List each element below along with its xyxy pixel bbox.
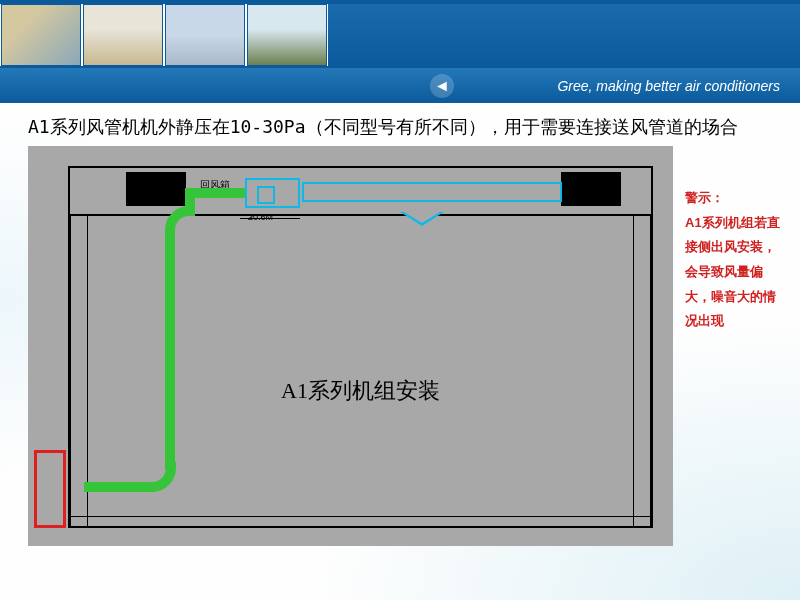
- floor: [70, 516, 651, 526]
- room-outline: 回风箱 ≥0.6M A1系列机组安装: [68, 166, 653, 528]
- warning-note: 警示： A1系列机组若直接侧出风安装，会导致风量偏大，噪音大的情况出现: [673, 146, 780, 546]
- header-tagline-bar: ◄ Gree, making better air conditioners: [0, 68, 800, 103]
- refrigerant-pipe: [190, 188, 245, 198]
- outdoor-unit: [34, 450, 66, 528]
- tagline: Gree, making better air conditioners: [557, 78, 780, 94]
- back-icon[interactable]: ◄: [430, 74, 454, 98]
- wall-right: [633, 216, 651, 526]
- header-bar: GREE: [328, 4, 800, 66]
- thumb-1: [1, 4, 81, 66]
- header-thumbnails: GREE: [0, 0, 800, 68]
- thumb-2: [83, 4, 163, 66]
- refrigerant-pipe: [165, 230, 175, 470]
- diffuser: [400, 212, 444, 226]
- thumb-3: [165, 4, 245, 66]
- refrigerant-pipe: [84, 482, 154, 492]
- dimension-arrow: [240, 218, 300, 219]
- diagram-caption: A1系列机组安装: [281, 376, 440, 406]
- plenum-right: [561, 172, 621, 206]
- wall-left: [70, 216, 88, 526]
- installation-diagram: 回风箱 ≥0.6M A1系列机组安装: [28, 146, 673, 546]
- slide-content: A1系列风管机机外静压在10-30Pa（不同型号有所不同），用于需要连接送风管道…: [0, 105, 800, 546]
- warning-head: 警示：: [685, 186, 780, 211]
- plenum-left: [126, 172, 186, 206]
- thumb-4: [247, 4, 327, 66]
- air-duct: [302, 182, 562, 202]
- warning-body: A1系列机组若直接侧出风安装，会导致风量偏大，噪音大的情况出现: [685, 211, 780, 334]
- slide-header: GREE ◄ Gree, making better air condition…: [0, 0, 800, 105]
- slide-title: A1系列风管机机外静压在10-30Pa（不同型号有所不同），用于需要连接送风管道…: [28, 113, 780, 140]
- dimension-label: ≥0.6M: [248, 212, 273, 222]
- indoor-unit: [245, 178, 300, 208]
